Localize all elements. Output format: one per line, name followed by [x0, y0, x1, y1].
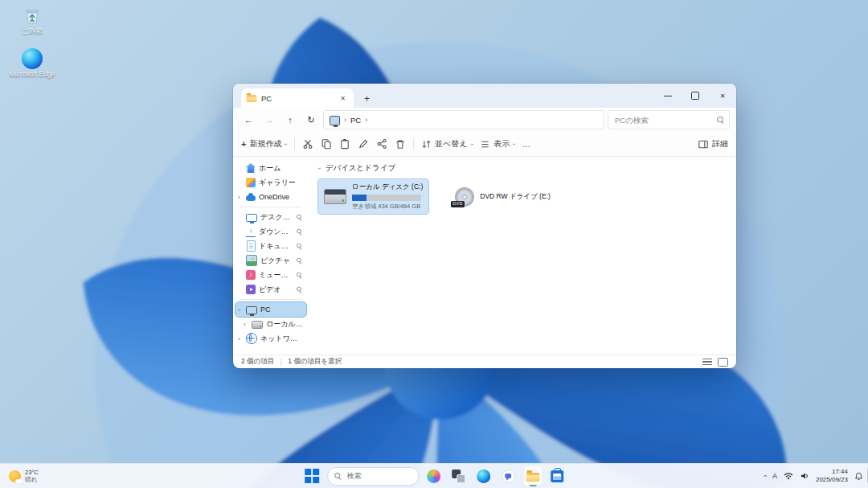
file-explorer-button[interactable]: [523, 465, 542, 486]
folder-icon: [247, 95, 256, 102]
edge-icon: [22, 48, 43, 69]
view-button[interactable]: 表示 ›: [480, 138, 515, 150]
drive-info: ローカル ディスク (C:) 空き領域 434 GB/464 GB: [352, 182, 423, 211]
explorer-tab[interactable]: PC ✕: [241, 88, 354, 108]
section-devices-and-drives[interactable]: › デバイスとドライブ: [318, 163, 727, 174]
sidebar-item-documents[interactable]: ドキュメント: [235, 239, 306, 253]
file-explorer-window: PC ✕ + ✕ ← → ↑ ↻ › PC ›: [233, 84, 736, 368]
sidebar-item-network[interactable]: › ネットワーク: [235, 331, 306, 346]
sidebar-item-music[interactable]: ♪ ミュージック: [235, 268, 306, 282]
address-bar[interactable]: › PC ›: [323, 110, 604, 129]
delete-button[interactable]: [395, 138, 406, 150]
hidden-icons-chevron[interactable]: ›: [760, 475, 768, 478]
copilot-button[interactable]: [424, 465, 444, 486]
large-icons-view-icon[interactable]: [718, 358, 728, 367]
tab-close-icon[interactable]: ✕: [338, 94, 348, 103]
taskbar-center: [301, 464, 567, 488]
sidebar-item-pc[interactable]: › PC: [235, 302, 306, 317]
close-button[interactable]: ✕: [709, 84, 736, 108]
rename-button[interactable]: [358, 138, 369, 150]
details-view-icon[interactable]: [702, 359, 712, 366]
sort-button[interactable]: 並べ替え ›: [421, 138, 473, 150]
cut-icon: [302, 138, 313, 150]
taskbar: 23°C 晴れ: [0, 463, 868, 488]
new-tab-button[interactable]: +: [360, 93, 374, 105]
task-view-icon: [452, 470, 465, 483]
ime-mode-indicator[interactable]: A: [772, 472, 777, 480]
clock[interactable]: 17:44 2025/09/23: [816, 468, 848, 485]
onedrive-cloud-icon: [246, 195, 256, 201]
sidebar-item-downloads[interactable]: ↓ ダウンロード: [235, 224, 306, 239]
details-pane-button[interactable]: 詳細: [698, 138, 728, 150]
documents-icon: [247, 240, 256, 252]
expand-icon[interactable]: ›: [244, 321, 246, 328]
pin-icon: [296, 243, 303, 250]
sidebar-item-local-disk[interactable]: › ローカル ディスク (C:): [235, 317, 306, 331]
pictures-icon: [246, 255, 257, 266]
desktop-icon-recycle-bin[interactable]: ごみ箱: [6, 5, 58, 35]
sidebar-item-desktop[interactable]: デスクトップ: [235, 210, 306, 224]
disk-icon: [252, 321, 263, 329]
downloads-icon: ↓: [246, 227, 256, 237]
command-bar: + 新規作成 ›: [233, 132, 736, 157]
back-button[interactable]: ←: [240, 111, 257, 129]
recycle-bin-icon: [22, 5, 43, 26]
collapse-icon[interactable]: ›: [235, 309, 243, 311]
hard-drive-icon: [324, 189, 346, 204]
minimize-button[interactable]: [654, 84, 682, 108]
maximize-button[interactable]: [682, 84, 709, 108]
dvd-badge: DVD: [451, 201, 465, 207]
volume-icon[interactable]: [800, 472, 809, 480]
navigation-bar: ← → ↑ ↻ › PC ›: [233, 108, 736, 132]
section-title: デバイスとドライブ: [326, 163, 396, 174]
sidebar-item-pictures[interactable]: ピクチャ: [235, 253, 306, 268]
drive-local-disk-c[interactable]: ローカル ディスク (C:) 空き領域 434 GB/464 GB: [318, 179, 428, 214]
paste-button[interactable]: [339, 138, 350, 150]
drive-tiles: ローカル ディスク (C:) 空き領域 434 GB/464 GB DVD DV…: [318, 179, 727, 214]
search-icon: [717, 117, 724, 124]
paste-icon: [339, 138, 350, 150]
taskbar-search-input[interactable]: [346, 471, 411, 481]
sidebar-item-onedrive[interactable]: › OneDrive: [235, 190, 306, 204]
date: 2025/09/23: [816, 476, 848, 484]
cut-button[interactable]: [302, 138, 313, 150]
taskbar-search[interactable]: [327, 467, 419, 486]
explorer-search-input[interactable]: [613, 115, 714, 125]
breadcrumb-pc[interactable]: PC: [350, 116, 361, 125]
sidebar-item-gallery[interactable]: ギャラリー: [235, 175, 306, 190]
sidebar-item-videos[interactable]: ビデオ: [235, 282, 306, 297]
drive-dvd-e[interactable]: DVD DVD RW ドライブ (E:): [449, 184, 556, 210]
more-button[interactable]: …: [522, 140, 530, 149]
store-icon: [551, 470, 563, 482]
share-icon: [376, 138, 387, 150]
gallery-icon: [246, 178, 256, 187]
expand-icon[interactable]: ›: [238, 335, 240, 342]
notifications-bell-icon[interactable]: [854, 472, 863, 481]
desktop-icon-edge[interactable]: Microsoft Edge: [6, 48, 58, 79]
explorer-search[interactable]: [608, 110, 730, 129]
minimize-icon: [664, 96, 672, 96]
sidebar-item-home[interactable]: ホーム: [235, 161, 306, 175]
copy-button[interactable]: [321, 138, 332, 150]
window-body: ホーム ギャラリー › OneDrive デスクトップ: [233, 157, 736, 355]
view-label: 表示: [493, 138, 510, 150]
sort-icon: [421, 139, 432, 150]
titlebar[interactable]: PC ✕ + ✕: [233, 84, 736, 108]
task-view-button[interactable]: [448, 465, 469, 486]
start-button[interactable]: [301, 465, 322, 486]
delete-icon: [395, 138, 406, 150]
refresh-button[interactable]: ↻: [302, 111, 320, 129]
wifi-icon[interactable]: [784, 472, 793, 480]
separator: [240, 299, 301, 300]
weather-sun-icon: [9, 470, 21, 482]
separator: [294, 137, 295, 150]
edge-button[interactable]: [473, 465, 493, 486]
new-button[interactable]: + 新規作成 ›: [241, 138, 287, 150]
weather-widget[interactable]: 23°C 晴れ: [3, 465, 44, 486]
up-button[interactable]: ↑: [281, 111, 299, 129]
share-button[interactable]: [376, 138, 387, 150]
expand-icon[interactable]: ›: [238, 194, 240, 201]
forward-button[interactable]: →: [260, 111, 278, 129]
store-button[interactable]: [547, 465, 567, 486]
chat-button[interactable]: [498, 465, 518, 486]
